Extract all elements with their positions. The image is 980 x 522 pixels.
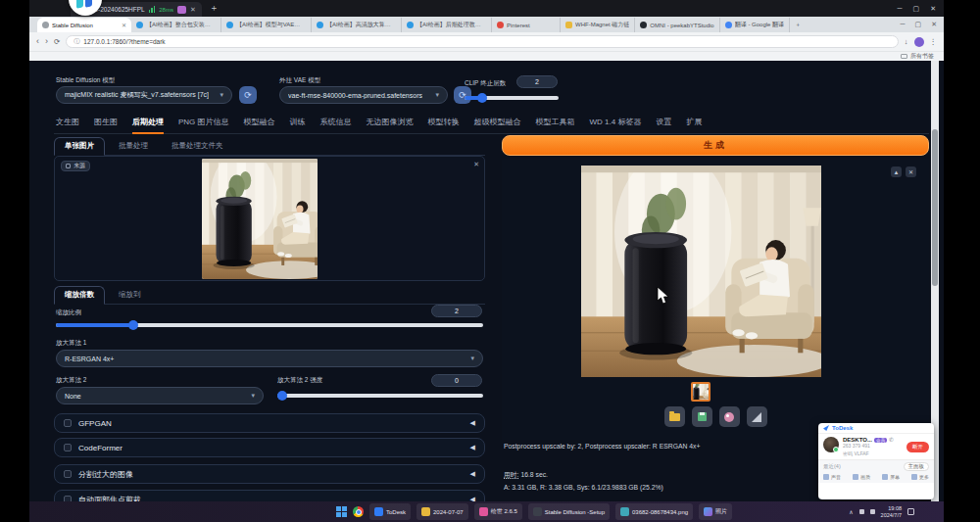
send-to-extras-button[interactable]	[747, 406, 767, 427]
source-image-panel[interactable]: 来源 ✕	[54, 156, 485, 281]
new-tab-button[interactable]: ＋	[790, 18, 806, 32]
subtab-batch-process[interactable]: 批量处理	[109, 138, 158, 155]
generate-button[interactable]: 生成	[502, 135, 929, 156]
tab-merge[interactable]: 模型融合	[244, 117, 275, 127]
browser-tab[interactable]: 【AI绘画】高清放大算法对比 - 哔哩哔哩	[312, 18, 402, 32]
browser-tab-active[interactable]: Stable Diffusion ✕	[37, 18, 131, 32]
maximize-button[interactable]: ▢	[913, 5, 920, 13]
accordion-gfpgan[interactable]: GFPGAN ◀	[54, 413, 485, 433]
volume-icon[interactable]	[859, 509, 864, 514]
upscaler1-select[interactable]: R-ESRGAN 4x+ ▾	[56, 350, 483, 367]
browser-tab[interactable]: 翻译 - Google 翻译	[720, 18, 790, 32]
browser-tab[interactable]: OMNI - peekabYTStudio	[635, 18, 719, 32]
scrollbar-thumb[interactable]	[932, 129, 938, 286]
subtab-single-image[interactable]: 单张图片	[54, 137, 105, 156]
refresh-vae-button[interactable]: ⟳	[454, 86, 471, 104]
session-tab-close-icon[interactable]: ✕	[190, 6, 196, 14]
tab-image-browser[interactable]: 无边图像浏览	[367, 117, 414, 127]
clip-skip-input[interactable]: 2	[516, 75, 558, 88]
taskbar-clock[interactable]: 19:08 2024/7/7	[881, 505, 902, 519]
clip-skip-slider[interactable]	[465, 96, 559, 100]
tab-wd-tagger[interactable]: WD 1.4 标签器	[590, 117, 642, 127]
accordion-auto-face-crop[interactable]: 自动面部焦点剪裁 ◀	[54, 490, 485, 501]
upscaler2-strength-slider[interactable]	[277, 394, 483, 398]
audio-toggle[interactable]: 声音	[823, 474, 841, 480]
all-bookmarks-button[interactable]: 所有书签	[910, 52, 934, 61]
address-bar[interactable]: ⓘ 127.0.0.1:7860/?theme=dark	[66, 35, 898, 48]
taskbar-item-folder[interactable]: 2024-07-07	[416, 503, 468, 520]
save-image-button[interactable]	[692, 406, 712, 427]
send-to-img2img-button[interactable]	[719, 406, 740, 427]
tab-img2img[interactable]: 图生图	[94, 117, 118, 127]
minimize-button[interactable]: ─	[901, 21, 906, 28]
more-button[interactable]: 更多	[911, 474, 929, 480]
disconnect-button[interactable]: 断开	[906, 442, 929, 452]
tab-txt2img[interactable]: 文生图	[56, 117, 79, 127]
split-oversized-checkbox[interactable]	[64, 470, 72, 478]
taskbar-item-photos[interactable]: 照片	[699, 503, 732, 520]
maximize-button[interactable]: ▢	[915, 21, 922, 28]
start-button[interactable]	[336, 506, 347, 517]
minimize-button[interactable]: ─	[898, 5, 903, 13]
notification-center-icon[interactable]	[907, 508, 914, 515]
vae-select[interactable]: vae-ft-mse-840000-ema-pruned.safetensors…	[279, 86, 448, 104]
forward-button[interactable]: ›	[45, 37, 48, 46]
browser-tab[interactable]: 【AI绘画】整合包安装教程 - 哔哩哔哩	[131, 18, 221, 32]
screen-toggle[interactable]: 屏幕	[882, 474, 900, 480]
tab-scale-to[interactable]: 缩放到	[109, 287, 151, 304]
new-session-button[interactable]: ＋	[210, 2, 219, 15]
tab-sysinfo[interactable]: 系统信息	[320, 117, 352, 127]
open-folder-button[interactable]	[664, 406, 685, 427]
todesk-panel[interactable]: ToDesk DESKTO... 会员 ✆ 263 379 491 密码 VLF…	[818, 423, 934, 499]
sd-model-select[interactable]: majicMIX realistic 麦橘写实_v7.safetensors […	[56, 86, 232, 104]
browser-tab[interactable]: 【AI绘画】模型与VAE放置 - 哔哩哔哩	[221, 18, 312, 32]
scale-ratio-input[interactable]: 2	[431, 305, 482, 317]
codeformer-checkbox[interactable]	[64, 444, 72, 451]
accordion-split-oversized[interactable]: 分割过大的图像 ◀	[54, 464, 485, 484]
tab-scale-by[interactable]: 缩放倍数	[54, 286, 105, 305]
tab-extensions[interactable]: 扩展	[686, 117, 702, 127]
upscaler2-strength-input[interactable]: 0	[431, 374, 482, 387]
profile-avatar[interactable]	[914, 37, 924, 47]
taskbar-item-todesk[interactable]: ToDesk	[369, 503, 411, 520]
phone-icon[interactable]: ✆	[889, 437, 894, 443]
taskbar-item-launcher[interactable]: 绘世 2.6.5	[474, 503, 522, 520]
close-button[interactable]: ✕	[930, 5, 936, 13]
main-panel-button[interactable]: 主面板	[904, 462, 930, 471]
taskbar-item-console[interactable]: Stable Diffusion -Setup	[528, 503, 610, 520]
refresh-models-button[interactable]: ⟳	[239, 86, 257, 104]
clear-source-image-button[interactable]: ✕	[473, 161, 479, 168]
back-button[interactable]: ‹	[36, 37, 39, 46]
tab-train[interactable]: 训练	[290, 117, 306, 127]
browser-menu-icon[interactable]: ⋮	[930, 37, 938, 46]
tab-pnginfo[interactable]: PNG 图片信息	[178, 117, 229, 127]
accordion-codeformer[interactable]: CodeFormer ◀	[54, 438, 485, 457]
vae-value: vae-ft-mse-840000-ema-pruned.safetensors	[288, 92, 422, 99]
gallery-thumbnail-selected[interactable]	[691, 382, 710, 402]
taskbar-item-image[interactable]: 03682-08678434.png	[615, 503, 693, 520]
chrome-taskbar-icon[interactable]	[353, 506, 364, 517]
tab-super-merge[interactable]: 超级模型融合	[474, 117, 521, 127]
site-info-icon[interactable]: ⓘ	[74, 37, 79, 46]
browser-tab[interactable]: 【AI绘画】后期处理教程 - 哔哩哔哩	[402, 18, 492, 32]
fullscreen-icon[interactable]: ▲	[891, 166, 902, 177]
quality-toggle[interactable]: 画质	[853, 474, 870, 480]
network-icon[interactable]	[870, 509, 875, 514]
tab-settings[interactable]: 设置	[656, 117, 671, 127]
subtab-batch-folder[interactable]: 批量处理文件夹	[162, 138, 233, 155]
gfpgan-checkbox[interactable]	[64, 419, 72, 427]
output-image[interactable]	[581, 166, 821, 377]
tab-extras[interactable]: 后期处理	[132, 117, 164, 134]
tab-model-toolkit[interactable]: 模型工具箱	[536, 117, 575, 127]
scale-ratio-slider[interactable]	[56, 323, 483, 327]
tab-model-convert[interactable]: 模型转换	[428, 117, 460, 127]
tab-close-icon[interactable]: ✕	[122, 22, 126, 28]
upscaler2-select[interactable]: None ▾	[56, 387, 264, 404]
close-button[interactable]: ✕	[931, 21, 937, 28]
browser-tab[interactable]: WHF-Magnet 磁力链	[561, 18, 635, 32]
reload-button[interactable]: ⟳	[54, 38, 60, 46]
browser-tab[interactable]: Pinterest	[492, 18, 561, 32]
tray-expand-icon[interactable]: ∧	[849, 508, 853, 515]
close-output-icon[interactable]: ✕	[906, 166, 916, 177]
download-icon[interactable]: ↓	[905, 37, 908, 46]
